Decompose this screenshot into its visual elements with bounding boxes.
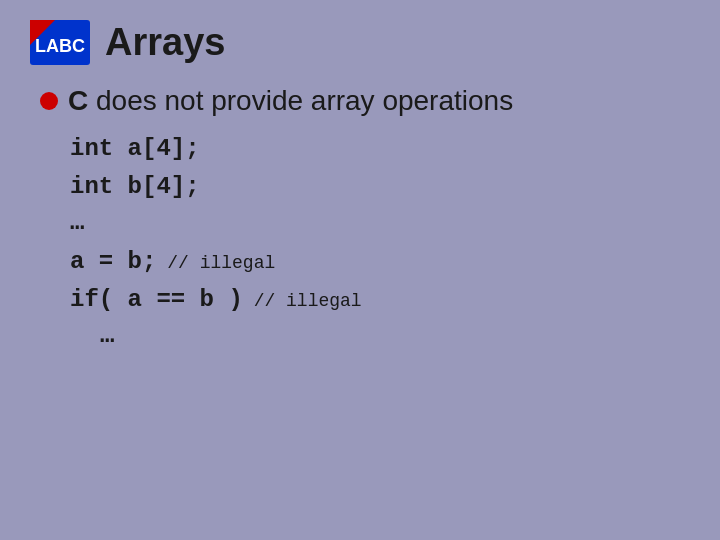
code-line-4-comment: // illegal [243,291,362,311]
code-block: int a[4]; int b[4]; [70,131,690,205]
logo: LABC [30,20,90,65]
bullet-description: does not provide array operations [96,85,513,116]
svg-text:LABC: LABC [35,36,85,56]
code-line-4: if( a == b ) // illegal [70,282,690,318]
bullet-text: C does not provide array operations [68,85,513,117]
code-line-4-code: if( a == b ) [70,286,243,313]
code-block-2: a = b; // illegal if( a == b ) // illega… [70,244,690,318]
code-line-3-comment: // illegal [156,253,275,273]
code-line-2: int b[4]; [70,169,690,205]
bullet-label: C [68,85,88,116]
code-line-3: a = b; // illegal [70,244,690,280]
slide-title: Arrays [105,21,225,64]
code-line-1: int a[4]; [70,131,690,167]
code-line-3-code: a = b; [70,248,156,275]
ellipsis-2: … [100,322,690,349]
content: C does not provide array operations int … [30,85,690,349]
slide: LABC Arrays C does not provide array ope… [0,0,720,540]
header: LABC Arrays [30,20,690,65]
ellipsis-1: … [70,209,690,236]
bullet-item: C does not provide array operations [40,85,690,117]
bullet-icon [40,92,58,110]
